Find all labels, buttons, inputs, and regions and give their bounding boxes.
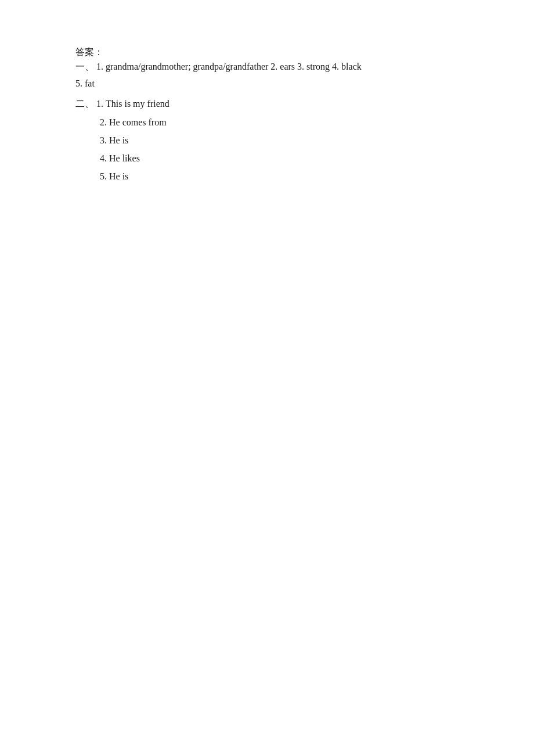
section-two-item1: 1. This is my friend — [96, 99, 169, 109]
list-item: 4. He likes — [100, 150, 459, 167]
section-two-items: 2. He comes from 3. He is 4. He likes 5.… — [75, 114, 459, 185]
section-two-header: 二、 1. This is my friend — [75, 96, 459, 113]
section-one-line2: 5. fat — [75, 78, 95, 88]
list-item: 2. He comes from — [100, 114, 459, 131]
section-two-label: 二、 — [75, 99, 94, 109]
section-one-label: 一、 — [75, 62, 94, 71]
list-item: 5. He is — [100, 168, 459, 185]
list-item: 3. He is — [100, 132, 459, 149]
section-one-line1: 1. grandma/grandmother; grandpa/grandfat… — [96, 62, 362, 71]
section-two: 二、 1. This is my friend 2. He comes from… — [75, 96, 459, 185]
answer-title: 答案： — [75, 46, 459, 59]
section-one: 一、 1. grandma/grandmother; grandpa/grand… — [75, 59, 459, 92]
